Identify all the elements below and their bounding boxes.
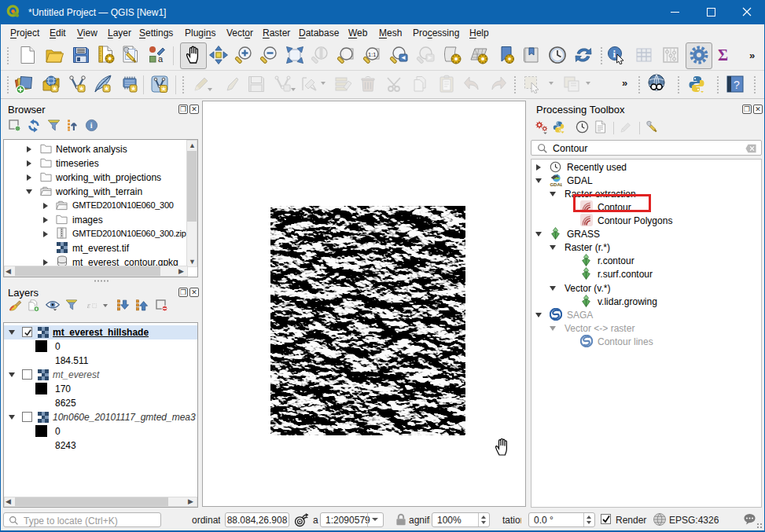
svg-text:?: ? xyxy=(734,79,740,91)
svg-text:a: a xyxy=(158,54,164,64)
svg-text:1:1: 1:1 xyxy=(368,51,376,58)
svg-text:GDAL: GDAL xyxy=(550,182,562,187)
svg-text:i: i xyxy=(613,48,616,60)
svg-text:i: i xyxy=(90,121,93,130)
svg-text:Σ: Σ xyxy=(718,46,728,64)
svg-text:ε: ε xyxy=(87,301,91,310)
